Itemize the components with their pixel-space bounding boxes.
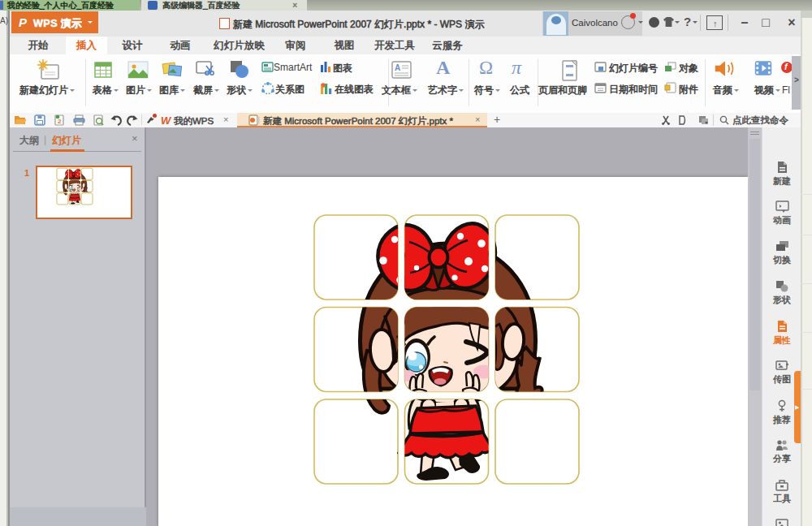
svg-text:2: 2 <box>58 118 62 125</box>
svg-text:A: A <box>395 63 400 72</box>
